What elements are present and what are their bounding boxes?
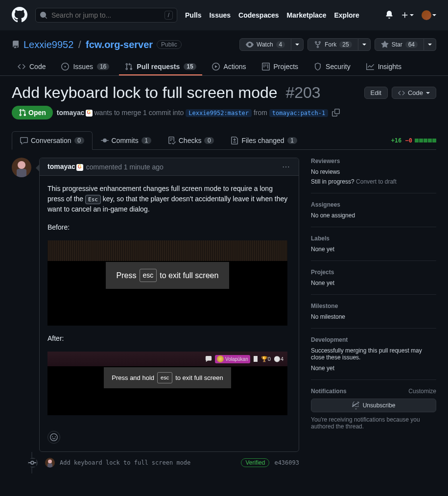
assignees-title[interactable]: Assignees [311, 201, 436, 208]
pr-header: Add keyboard lock to full screen mode #2… [0, 76, 448, 131]
customize-link[interactable]: Customize [408, 388, 436, 395]
labels-value: None yet [311, 246, 436, 253]
fork-count: 25 [339, 41, 352, 48]
google-badge-icon [86, 110, 93, 117]
development-title[interactable]: Development [311, 336, 436, 343]
svg-rect-0 [254, 356, 258, 362]
repo-owner-link[interactable]: Lexxie9952 [24, 39, 73, 50]
fork-button[interactable]: Fork 25 [307, 38, 358, 51]
pr-author[interactable]: tomayac [57, 109, 93, 117]
development-section: Development Successfully merging this pu… [311, 336, 436, 380]
add-menu[interactable] [401, 11, 414, 19]
checklist-icon [168, 137, 176, 144]
nav-marketplace[interactable]: Marketplace [287, 11, 327, 19]
github-logo[interactable] [12, 7, 27, 24]
repo-name-link[interactable]: fcw.org-server [86, 39, 153, 50]
pr-icon [125, 63, 133, 71]
edit-button[interactable]: Edit [364, 87, 388, 99]
tab-issues[interactable]: Issues16 [55, 59, 115, 75]
development-text: Successfully merging this pull request m… [311, 347, 436, 361]
milestone-value: No milestone [311, 313, 436, 320]
reviewers-title[interactable]: Reviewers [311, 158, 436, 165]
nav-explore[interactable]: Explore [334, 11, 359, 19]
after-screenshot[interactable]: Volapükan 🏆0 ⚪4 Press and hold esc to ex… [47, 352, 287, 415]
fork-icon [314, 41, 322, 48]
subtab-files[interactable]: Files changed1 [222, 131, 305, 150]
visibility-badge: Public [157, 40, 182, 49]
watch-caret[interactable] [291, 38, 304, 51]
comment-box: tomayac commented 1 minute ago ⋯ This pr… [39, 158, 299, 452]
star-button[interactable]: Star 64 [375, 38, 424, 51]
tab-security[interactable]: Security [308, 59, 356, 75]
esc-key: Esc [85, 195, 101, 204]
nav-pulls[interactable]: Pulls [185, 11, 201, 19]
exit-hint-before: Press esc to exit full screen [106, 262, 230, 289]
issues-count: 16 [97, 63, 109, 70]
convert-draft-link[interactable]: Convert to draft [356, 178, 397, 185]
chat-icon [205, 355, 212, 362]
comment-time[interactable]: 1 minute ago [124, 163, 164, 171]
search-icon [40, 11, 47, 19]
projects-section: Projects None yet [311, 269, 436, 295]
tab-code[interactable]: Code [12, 59, 51, 75]
projects-title[interactable]: Projects [311, 269, 436, 276]
subtab-commits[interactable]: Commits1 [93, 131, 160, 150]
code-icon [18, 63, 25, 71]
development-value: None yet [311, 365, 436, 372]
google-badge-icon [76, 164, 83, 171]
star-count: 64 [405, 41, 418, 48]
head-branch[interactable]: tomayac:patch-1 [269, 109, 328, 117]
comment-author-avatar[interactable] [12, 158, 31, 177]
nav-codespaces[interactable]: Codespaces [238, 11, 279, 19]
top-nav: / Pulls Issues Codespaces Marketplace Ex… [0, 0, 448, 30]
watch-count: 4 [276, 41, 285, 48]
deletions: −0 [405, 137, 412, 144]
commit-message[interactable]: Add keyboard lock to full screen mode [60, 459, 236, 466]
copy-icon[interactable] [332, 109, 340, 117]
tab-pulls[interactable]: Pull requests15 [119, 59, 202, 75]
exit-hint-after: Press and hold esc to exit full screen [104, 367, 231, 388]
milestone-section: Milestone No milestone [311, 303, 436, 329]
star-caret[interactable] [424, 38, 436, 51]
pr-number: #203 [285, 84, 320, 101]
subtab-conversation[interactable]: Conversation0 [12, 131, 93, 150]
comment-icon [20, 137, 28, 144]
unsubscribe-button[interactable]: Unsubscribe [311, 399, 436, 412]
comment-author[interactable]: tomayac [47, 163, 83, 170]
repo-tabs: Code Issues16 Pull requests15 Actions Pr… [0, 59, 448, 76]
pr-title: Add keyboard lock to full screen mode #2… [12, 84, 321, 102]
before-screenshot[interactable]: Press esc to exit full screen [47, 240, 287, 326]
add-reaction-button[interactable] [47, 431, 60, 444]
pr-open-icon [19, 109, 26, 117]
tab-actions[interactable]: Actions [206, 59, 252, 75]
verified-badge[interactable]: Verified [241, 458, 269, 467]
milestone-title[interactable]: Milestone [311, 303, 436, 309]
star-icon [381, 41, 389, 48]
top-nav-right [385, 10, 436, 20]
kebab-menu[interactable]: ⋯ [282, 162, 291, 171]
comment-paragraph: This progressive enhancement changes ful… [47, 184, 291, 214]
repo-header: Lexxie9952 / fcw.org-server Public Watch… [0, 30, 448, 51]
notifications-section: Notifications Customize Unsubscribe You'… [311, 388, 436, 438]
repo-actions: Watch 4 Fork 25 Star 64 [239, 38, 436, 51]
reviewers-value: No reviews [311, 168, 436, 175]
commit-sha[interactable]: e436093 [274, 459, 299, 466]
user-menu[interactable] [422, 10, 436, 20]
subtab-checks[interactable]: Checks0 [160, 131, 223, 150]
fork-caret[interactable] [358, 38, 371, 51]
nav-issues[interactable]: Issues [209, 11, 231, 19]
timeline-commit: Add keyboard lock to full screen mode Ve… [31, 452, 299, 473]
code-menu-button[interactable]: Code [392, 87, 436, 99]
search-box[interactable]: / [35, 8, 177, 23]
labels-title[interactable]: Labels [311, 235, 436, 242]
tab-projects[interactable]: Projects [256, 59, 305, 75]
commit-author-avatar[interactable] [45, 458, 55, 468]
base-branch[interactable]: Lexxie9952:master [186, 109, 252, 117]
issue-icon [61, 63, 69, 71]
search-input[interactable] [51, 11, 165, 19]
tab-insights[interactable]: Insights [360, 59, 407, 75]
project-icon [262, 63, 270, 71]
notifications-icon[interactable] [385, 11, 393, 20]
watch-button[interactable]: Watch 4 [239, 38, 291, 51]
after-label: After: [47, 333, 291, 344]
